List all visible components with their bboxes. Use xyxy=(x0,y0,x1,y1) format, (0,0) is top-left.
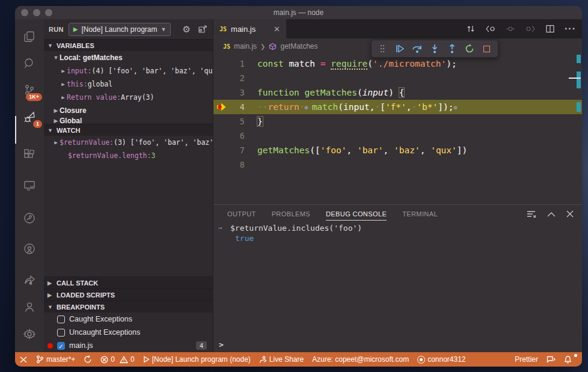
code-line[interactable]: 1const match = require('./micromatch'); xyxy=(213,56,582,71)
console-expression: $returnValue.includes('foo') xyxy=(230,224,362,233)
search-icon[interactable] xyxy=(15,50,44,76)
current-line-breakpoint-icon[interactable] xyxy=(213,102,229,112)
checkbox-checked[interactable]: ✓ xyxy=(57,342,65,350)
open-changes-icon[interactable] xyxy=(466,24,476,34)
live-share-status[interactable]: Live Share xyxy=(255,352,308,367)
github-icon[interactable] xyxy=(15,236,44,262)
code-line[interactable]: 3function getMatches(input) { xyxy=(213,85,582,100)
tab-debug-console[interactable]: DEBUG CONSOLE xyxy=(326,210,387,221)
clear-console-icon[interactable] xyxy=(526,210,536,219)
restart-button[interactable] xyxy=(462,41,477,56)
launch-config-name: [Node] Launch program (node) xyxy=(152,355,251,364)
console-prompt-chevron[interactable]: > xyxy=(219,340,224,349)
code-editor[interactable]: 1const match = require('./micromatch');2… xyxy=(213,54,582,204)
scope-row[interactable]: ▼ Local: getMatches xyxy=(44,51,213,64)
prettier-status[interactable]: Prettier xyxy=(510,355,542,364)
toolbar-drag-handle[interactable] xyxy=(375,41,390,56)
close-panel-icon[interactable] xyxy=(566,210,574,218)
explorer-icon[interactable] xyxy=(15,23,44,50)
git-branch-status[interactable]: master*+ xyxy=(32,352,79,367)
breakpoint-row[interactable]: Caught Exceptions xyxy=(44,313,213,326)
tab-problems[interactable]: PROBLEMS xyxy=(272,210,310,218)
checkbox-unchecked[interactable] xyxy=(57,329,65,337)
watch-row[interactable]: ▶ $returnValue: (3) ['foo', 'bar', 'baz'… xyxy=(44,136,213,149)
activity-bar: 1K+ 1 xyxy=(15,19,44,352)
debug-settings-gear-icon[interactable]: ⚙ xyxy=(183,24,191,35)
live-share-icon[interactable] xyxy=(15,206,44,232)
console-input-echo-row: → $returnValue.includes('foo') xyxy=(213,223,582,233)
tab-main-js[interactable]: JS main.js ✕ xyxy=(213,19,286,38)
previous-change-button[interactable] xyxy=(485,24,496,34)
share-session-icon[interactable] xyxy=(15,267,44,294)
variable-row[interactable]: ▶ this: global xyxy=(44,78,213,91)
continue-button[interactable] xyxy=(393,41,407,56)
github-account-status[interactable]: connor4312 xyxy=(413,352,470,367)
maximize-panel-icon[interactable] xyxy=(547,212,556,217)
code-line[interactable]: 5} xyxy=(213,114,582,129)
sync-changes-button[interactable] xyxy=(79,352,96,367)
breakpoint-row[interactable]: Uncaught Exceptions xyxy=(44,326,213,339)
line-number: 7 xyxy=(229,145,245,155)
code-line[interactable]: 4··return·● match(input,·['f*',·'b*']);● xyxy=(213,100,582,114)
split-editor-button[interactable] xyxy=(545,24,555,34)
azure-account-status[interactable]: Azure: copeet@microsoft.com xyxy=(308,352,413,367)
watch-section-header[interactable]: ▼ WATCH xyxy=(44,124,213,136)
status-bar: master*+ 0 0 [Node] Launch program (node… xyxy=(15,352,582,367)
ruler-cursor-line xyxy=(569,78,581,79)
next-change-button[interactable] xyxy=(525,24,536,34)
notifications-bell-icon[interactable] xyxy=(560,355,576,364)
feedback-icon[interactable] xyxy=(542,356,560,364)
accounts-icon[interactable] xyxy=(15,294,44,320)
start-debug-icon[interactable]: ▶ xyxy=(73,26,78,32)
variable-row[interactable]: ▶ input: (4) ['foo', 'bar', 'baz', 'qux'… xyxy=(44,64,213,78)
settings-gear-icon[interactable] xyxy=(15,321,44,347)
launch-config-value: [Node] Launch program xyxy=(81,25,157,34)
loaded-scripts-section-header[interactable]: ▶ LOADED SCRIPTS xyxy=(44,288,213,300)
open-debug-console-icon[interactable] xyxy=(198,24,208,34)
code-line[interactable]: 2 xyxy=(213,71,582,85)
step-out-button[interactable] xyxy=(445,41,459,56)
remote-indicator[interactable] xyxy=(15,352,32,367)
code-text: } xyxy=(245,117,263,126)
branch-name: master*+ xyxy=(46,355,75,364)
javascript-file-icon: JS xyxy=(219,26,227,32)
run-and-debug-icon[interactable]: 1 xyxy=(15,103,44,130)
debug-toolbar xyxy=(371,40,498,58)
close-tab-icon[interactable]: ✕ xyxy=(274,25,280,34)
scope-label: Local: getMatches xyxy=(60,53,123,62)
remote-explorer-icon[interactable] xyxy=(15,172,44,199)
closure-scope-row[interactable]: ▶ Closure xyxy=(44,104,213,117)
breadcrumb-file[interactable]: main.js xyxy=(234,42,257,50)
problems-status[interactable]: 0 0 xyxy=(96,352,138,367)
javascript-file-icon: JS xyxy=(223,43,230,50)
variables-section-header[interactable]: ▼ VARIABLES xyxy=(44,39,213,51)
breakpoints-section-header[interactable]: ▼ BREAKPOINTS xyxy=(44,300,213,313)
launch-status[interactable]: [Node] Launch program (node) xyxy=(139,352,255,367)
more-actions-button[interactable]: ··· xyxy=(565,23,576,34)
call-stack-section-header[interactable]: ▶ CALL STACK xyxy=(44,276,213,288)
checkbox-unchecked[interactable] xyxy=(57,316,65,323)
launch-config-dropdown[interactable]: ▶ [Node] Launch program ▼ xyxy=(69,23,171,36)
source-control-icon[interactable]: 1K+ xyxy=(15,77,44,103)
chevron-expanded-icon: ▼ xyxy=(47,304,54,310)
variable-row[interactable]: ▶ Return value: Array(3) xyxy=(44,91,213,104)
extensions-icon[interactable] xyxy=(15,141,44,168)
global-scope-row[interactable]: ▶ Global xyxy=(44,117,213,124)
overview-ruler[interactable] xyxy=(576,54,581,204)
breakpoint-row[interactable]: ✓ main.js 4 xyxy=(44,339,213,352)
warning-count: 0 xyxy=(130,355,135,364)
step-over-button[interactable] xyxy=(410,41,424,56)
breadcrumb-symbol[interactable]: getMatches xyxy=(280,42,317,50)
debug-session-badge: 1 xyxy=(33,120,42,128)
watch-row[interactable]: $returnValue.length: 3 xyxy=(44,149,213,162)
closure-label: Closure xyxy=(60,106,87,115)
code-line[interactable]: 7getMatches(['foo', 'bar', 'baz', 'qux']… xyxy=(213,143,582,157)
stop-button[interactable] xyxy=(479,41,494,56)
line-number: 4 xyxy=(229,102,245,112)
tab-output[interactable]: OUTPUT xyxy=(227,210,256,218)
tab-terminal[interactable]: TERMINAL xyxy=(402,210,438,218)
code-line[interactable]: 8 xyxy=(213,157,582,172)
code-line[interactable]: 6 xyxy=(213,129,582,143)
title-bar[interactable]: main.js — node xyxy=(15,6,582,19)
step-into-button[interactable] xyxy=(427,41,442,56)
